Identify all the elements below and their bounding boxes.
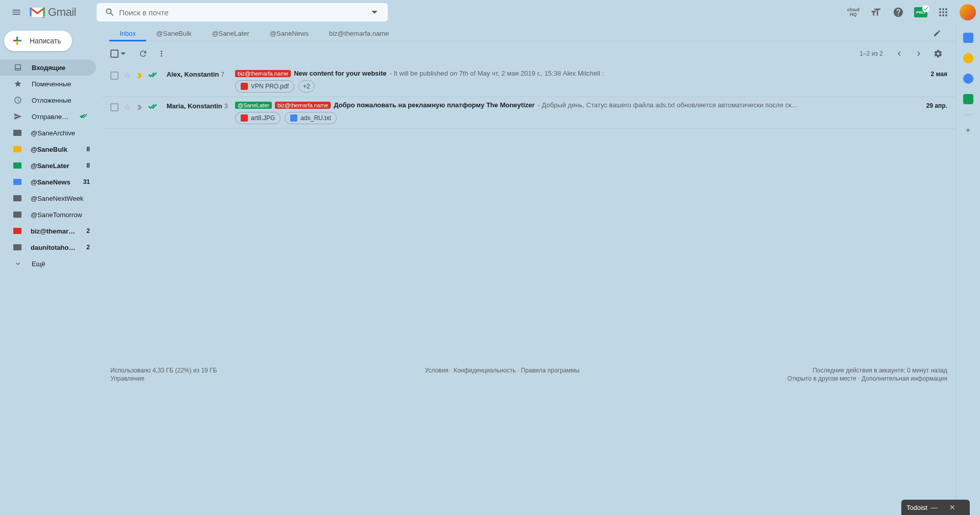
file-icon bbox=[241, 114, 248, 122]
sidebar-item-bizthemarfaname[interactable]: biz@themarfa.name2 bbox=[0, 223, 96, 239]
tab-bizthemarfaname[interactable]: biz@themarfa.name bbox=[319, 26, 399, 41]
label-badge[interactable]: biz@themarfa.name bbox=[275, 102, 331, 109]
sidebar-item-sanenextweek[interactable]: @SaneNextWeek bbox=[0, 190, 96, 206]
settings-button[interactable] bbox=[929, 44, 947, 63]
row-checkbox[interactable] bbox=[110, 103, 119, 111]
sidebar-item-sanelater[interactable]: @SaneLater8 bbox=[0, 157, 96, 174]
select-all-checkbox[interactable] bbox=[110, 50, 119, 58]
importance-marker[interactable] bbox=[136, 72, 143, 79]
sidebar-label: @SaneBulk bbox=[31, 146, 77, 153]
tab-inbox[interactable]: Inbox bbox=[109, 26, 146, 41]
row-checkbox[interactable] bbox=[110, 72, 119, 80]
svg-point-3 bbox=[942, 8, 944, 10]
tasks-addon[interactable] bbox=[963, 74, 973, 84]
sidebar-item-отложенные[interactable]: Отложенные bbox=[0, 92, 96, 108]
search-input[interactable] bbox=[119, 8, 365, 17]
sidebar-label: Ещё bbox=[32, 260, 90, 268]
help-button[interactable] bbox=[888, 2, 908, 22]
sidebar-item-входящие[interactable]: Входящие bbox=[0, 59, 96, 76]
manage-link[interactable]: Управление bbox=[110, 375, 217, 382]
tab-sanebulk[interactable]: @SaneBulk bbox=[146, 26, 202, 41]
text-format-icon bbox=[870, 7, 881, 18]
folder-icon bbox=[13, 212, 21, 218]
content-area: Inbox@SaneBulk@SaneLater@SaneNewsbiz@the… bbox=[102, 25, 955, 515]
tab-sanenews[interactable]: @SaneNews bbox=[260, 26, 319, 41]
search-box[interactable] bbox=[97, 3, 388, 21]
hamburger-menu-button[interactable] bbox=[4, 0, 29, 25]
open-elsewhere-link[interactable]: Открыто в другом месте bbox=[787, 375, 856, 382]
text-format-button[interactable] bbox=[866, 2, 886, 22]
folder-icon bbox=[13, 244, 21, 250]
refresh-button[interactable] bbox=[134, 44, 152, 63]
cloudhq-button[interactable]: cloudHQ bbox=[843, 2, 864, 22]
sidebar-label: Отложенные bbox=[32, 97, 90, 104]
sidebar-count: 31 bbox=[83, 178, 90, 185]
prev-page-button[interactable] bbox=[890, 44, 908, 63]
terms-link[interactable]: Условия bbox=[425, 367, 448, 374]
divider bbox=[963, 114, 973, 115]
attachment-chip[interactable]: ads_RU.txt bbox=[285, 112, 336, 124]
gmail-logo[interactable]: Gmail bbox=[29, 6, 76, 19]
tab-sanelater[interactable]: @SaneLater bbox=[202, 26, 260, 41]
svg-point-2 bbox=[939, 8, 941, 10]
sidebar-item-отправленные[interactable]: Отправленные bbox=[0, 108, 96, 125]
sender: Maria, Konstantin3 bbox=[159, 101, 231, 110]
select-dropdown[interactable] bbox=[121, 50, 126, 58]
svg-point-6 bbox=[942, 11, 944, 13]
attachment-chip[interactable]: art8.JPG bbox=[235, 112, 281, 124]
account-avatar[interactable] bbox=[960, 4, 976, 20]
attachment-chip[interactable]: +2 bbox=[298, 80, 315, 92]
close-icon[interactable]: ✕ bbox=[949, 503, 965, 511]
double-check-icon bbox=[80, 112, 90, 121]
sidebar-item-sanetomorrow[interactable]: @SaneTomorrow bbox=[0, 206, 96, 223]
category-tabs: Inbox@SaneBulk@SaneLater@SaneNewsbiz@the… bbox=[102, 25, 955, 41]
label-badge[interactable]: biz@themarfa.name bbox=[235, 70, 291, 77]
clock-icon bbox=[13, 96, 22, 104]
svg-point-7 bbox=[945, 11, 947, 13]
edit-icon bbox=[933, 29, 941, 37]
email-row[interactable]: ☆ Alex, Konstantin7 biz@themarfa.nameNew… bbox=[102, 65, 955, 97]
sidebar-label: @SaneLater bbox=[31, 162, 77, 170]
pro-badge[interactable]: PRO bbox=[911, 2, 931, 22]
calendar-addon[interactable] bbox=[963, 33, 973, 43]
sent-icon bbox=[13, 112, 22, 121]
sidebar-item-daunitotahomasm[interactable]: daunitotahomas@m...2 bbox=[0, 239, 96, 255]
sidebar-item-ещ[interactable]: Ещё bbox=[0, 255, 96, 272]
sidebar-count: 8 bbox=[86, 162, 90, 169]
star-button[interactable]: ☆ bbox=[124, 102, 131, 112]
activity-info: Последние действия в аккаунте: 0 минут н… bbox=[787, 367, 947, 374]
details-link[interactable]: Дополнительная информация bbox=[861, 375, 947, 382]
sidebar-item-sanebulk[interactable]: @SaneBulk8 bbox=[0, 141, 96, 157]
privacy-link[interactable]: Конфиденциальность bbox=[454, 367, 516, 374]
toolbar: 1–2 из 2 bbox=[102, 41, 955, 65]
minimize-icon[interactable]: — bbox=[930, 503, 946, 511]
next-page-button[interactable] bbox=[909, 44, 928, 63]
program-link[interactable]: Правила программы bbox=[521, 367, 579, 374]
get-addons-button[interactable]: + bbox=[965, 125, 971, 136]
label-badge[interactable]: @SaneLater bbox=[235, 102, 272, 109]
sidebar-label: Помеченные bbox=[32, 80, 90, 88]
sidebar-label: @SaneNextWeek bbox=[31, 195, 90, 202]
double-check-icon bbox=[148, 71, 159, 80]
footer: Использовано 4,33 ГБ (22%) из 19 ГБ Упра… bbox=[110, 367, 947, 382]
addon-4[interactable] bbox=[963, 94, 973, 104]
search-options-button[interactable] bbox=[365, 9, 384, 15]
gmail-logo-icon bbox=[29, 6, 46, 19]
todoist-panel[interactable]: Todoist — ✕ bbox=[901, 500, 970, 515]
email-date: 2 мая bbox=[931, 69, 947, 78]
sidebar-item-sanenews[interactable]: @SaneNews31 bbox=[0, 174, 96, 190]
star-button[interactable]: ☆ bbox=[124, 71, 131, 80]
sidebar-item-sanearchive[interactable]: @SaneArchive bbox=[0, 125, 96, 141]
sidebar-label: @SaneTomorrow bbox=[31, 211, 90, 219]
email-row[interactable]: ☆ Maria, Konstantin3 @SaneLaterbiz@thema… bbox=[102, 97, 955, 129]
more-button[interactable] bbox=[152, 44, 171, 63]
compose-button[interactable]: Написать bbox=[4, 31, 72, 51]
importance-marker[interactable] bbox=[136, 104, 143, 111]
attachment-chip[interactable]: VPN PRO.pdf bbox=[235, 80, 294, 92]
sidebar-item-помеченные[interactable]: Помеченные bbox=[0, 76, 96, 92]
keep-addon[interactable] bbox=[963, 53, 973, 63]
search-icon[interactable] bbox=[101, 7, 119, 17]
folder-icon bbox=[13, 179, 21, 185]
edit-tabs-button[interactable] bbox=[929, 26, 945, 41]
apps-button[interactable] bbox=[933, 2, 953, 22]
